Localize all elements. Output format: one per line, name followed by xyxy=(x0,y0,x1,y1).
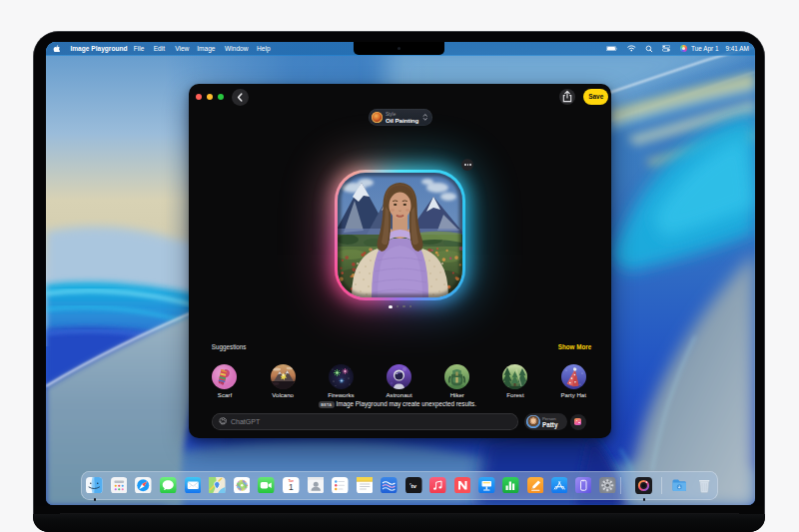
svg-text:1: 1 xyxy=(289,482,294,492)
svg-text:tv: tv xyxy=(411,482,417,489)
